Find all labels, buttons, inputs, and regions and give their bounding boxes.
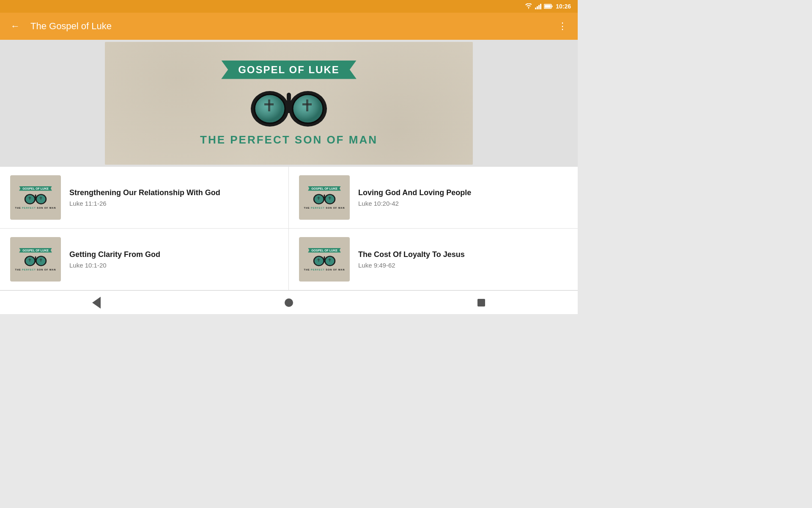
back-triangle-icon xyxy=(92,297,101,309)
svg-rect-1 xyxy=(552,6,553,7)
hero-container: GOSPEL OF LUKE xyxy=(0,40,578,167)
thumb-ribbon: GOSPEL OF LUKE xyxy=(19,186,52,191)
svg-rect-40 xyxy=(35,256,36,259)
battery-icon xyxy=(544,3,553,9)
list-item[interactable]: GOSPEL OF LUKE THE PERFECT SON OF MAN Ge… xyxy=(0,229,289,290)
item-info: Getting Clarity From God Luke 10:1-20 xyxy=(69,250,160,268)
banner-ribbon: GOSPEL OF LUKE xyxy=(221,61,357,79)
status-icons: 10:26 xyxy=(525,3,571,10)
svg-rect-30 xyxy=(324,194,325,197)
svg-rect-50 xyxy=(324,256,325,259)
nav-recent-button[interactable] xyxy=(473,294,490,311)
item-info: Strengthening Our Relationship With God … xyxy=(69,188,220,207)
item-title: The Cost Of Loyalty To Jesus xyxy=(358,250,465,260)
item-reference: Luke 10:20-42 xyxy=(358,200,471,207)
svg-rect-55 xyxy=(329,258,330,262)
svg-rect-49 xyxy=(323,258,326,262)
svg-rect-54 xyxy=(317,259,320,260)
thumbnail: GOSPEL OF LUKE THE PERFECT SON OF MAN xyxy=(299,175,350,220)
item-reference: Luke 11:1-26 xyxy=(69,200,220,207)
nav-home-button[interactable] xyxy=(280,294,297,311)
svg-rect-12 xyxy=(264,103,274,105)
thumbnail: GOSPEL OF LUKE THE PERFECT SON OF MAN xyxy=(10,175,61,220)
back-button[interactable]: ← xyxy=(7,18,24,35)
svg-rect-29 xyxy=(323,196,326,200)
svg-rect-36 xyxy=(328,197,331,198)
list-item[interactable]: GOSPEL OF LUKE THE PERFECT SON OF MAN Lo… xyxy=(289,167,578,229)
svg-rect-20 xyxy=(35,194,36,197)
home-circle-icon xyxy=(285,298,293,307)
hero-banner: GOSPEL OF LUKE xyxy=(105,42,473,165)
signal-icon xyxy=(535,3,541,9)
item-title: Strengthening Our Relationship With God xyxy=(69,188,220,198)
item-reference: Luke 9:49-62 xyxy=(358,262,465,269)
svg-rect-34 xyxy=(317,197,320,198)
item-info: Loving God And Loving People Luke 10:20-… xyxy=(358,188,471,207)
item-title: Getting Clarity From God xyxy=(69,250,160,260)
item-info: The Cost Of Loyalty To Jesus Luke 9:49-6… xyxy=(358,250,465,268)
svg-rect-14 xyxy=(302,103,312,105)
content-grid: GOSPEL OF LUKE THE PERFECT SON OF MAN St… xyxy=(0,167,578,290)
app-bar: ← The Gospel of Luke ⋮ xyxy=(0,13,578,40)
binoculars-graphic xyxy=(247,83,331,130)
list-item[interactable]: GOSPEL OF LUKE THE PERFECT SON OF MAN Th… xyxy=(289,229,578,290)
thumbnail: GOSPEL OF LUKE THE PERFECT SON OF MAN xyxy=(299,237,350,282)
wifi-icon xyxy=(525,3,532,9)
banner-subtitle: THE PERFECT SON OF MAN xyxy=(200,133,378,146)
page-title: The Gospel of Luke xyxy=(30,21,547,32)
navigation-bar xyxy=(0,290,578,314)
svg-rect-46 xyxy=(39,259,42,260)
nav-back-button[interactable] xyxy=(88,294,105,311)
thumb-subtitle: THE PERFECT SON OF MAN xyxy=(15,207,56,209)
recent-square-icon xyxy=(477,299,485,306)
svg-rect-43 xyxy=(30,258,30,262)
svg-rect-39 xyxy=(34,258,37,262)
svg-rect-45 xyxy=(41,258,41,262)
svg-rect-53 xyxy=(318,258,319,262)
more-options-button[interactable]: ⋮ xyxy=(554,18,571,35)
svg-rect-56 xyxy=(328,259,331,260)
item-reference: Luke 10:1-20 xyxy=(69,262,160,269)
svg-rect-26 xyxy=(39,197,42,198)
status-time: 10:26 xyxy=(556,3,571,10)
svg-rect-24 xyxy=(28,197,31,198)
item-title: Loving God And Loving People xyxy=(358,188,471,198)
list-item[interactable]: GOSPEL OF LUKE THE PERFECT SON OF MAN St… xyxy=(0,167,289,229)
thumbnail: GOSPEL OF LUKE THE PERFECT SON OF MAN xyxy=(10,237,61,282)
svg-rect-19 xyxy=(34,196,37,200)
svg-rect-2 xyxy=(545,5,551,8)
svg-rect-6 xyxy=(287,93,291,101)
status-bar: 10:26 xyxy=(0,0,578,13)
svg-rect-44 xyxy=(28,259,31,260)
